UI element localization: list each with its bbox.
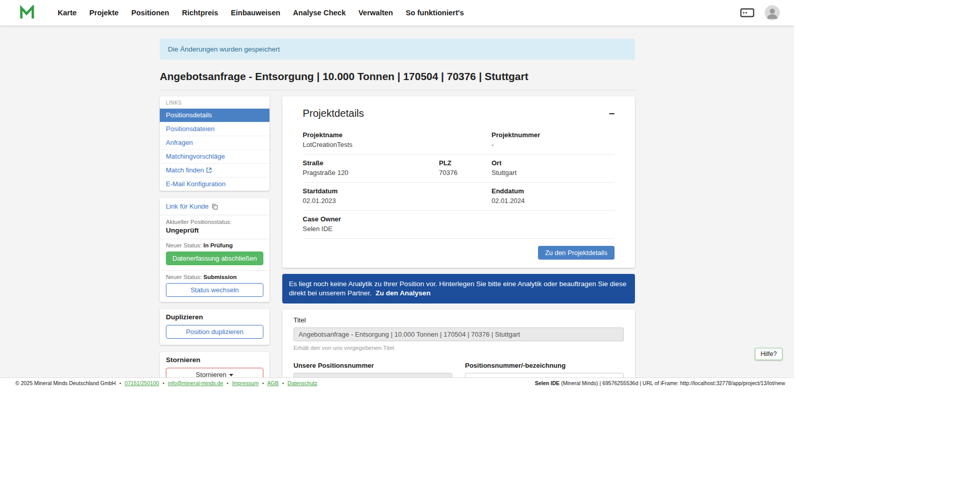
sidebar-item-positionsdateien[interactable]: Positionsdateien xyxy=(160,122,270,136)
footer-link-agb[interactable]: AGB xyxy=(267,380,279,386)
field-ort: Ort Stuttgart xyxy=(492,159,615,176)
next-status-1: Neuer Status: In Prüfung xyxy=(166,242,263,248)
nav-analyse-check[interactable]: Analyse Check xyxy=(293,9,346,17)
field-plz: PLZ 70376 xyxy=(439,159,492,176)
project-details-card: Projektdetails – Projektname LotCreation… xyxy=(282,96,635,268)
finish-data-entry-button[interactable]: Datenerfassung abschließen xyxy=(166,251,263,265)
custom-number-label: Positionsnummer/-bezeichnung xyxy=(465,362,624,369)
nav-karte[interactable]: Karte xyxy=(58,9,77,17)
project-details-row: Case Owner Selen IDE xyxy=(303,211,615,239)
collapse-button[interactable]: – xyxy=(609,108,615,118)
customer-link-label: Link für Kunde xyxy=(166,202,209,210)
help-button[interactable]: Hilfe? xyxy=(755,348,782,360)
duplicate-position-button[interactable]: Position duplizieren xyxy=(166,325,263,339)
our-number-label: Unsere Positionsnummer xyxy=(293,362,452,369)
project-details-row: Startdatum 02.01.2023 Enddatum 02.01.202… xyxy=(303,183,615,211)
footer-link-impressum[interactable]: Impressum xyxy=(232,380,259,386)
session-user: Selen IDE xyxy=(535,380,559,386)
footer-left: © 2025 Mineral Minds Deutschland GmbH • … xyxy=(15,380,317,386)
analytics-banner: Es liegt noch keine Analytik zu Ihrer Po… xyxy=(282,274,635,303)
field-case-owner: Case Owner Selen IDE xyxy=(303,215,615,233)
duplicate-title: Duplizieren xyxy=(160,309,270,322)
next-status-2-value: Submission xyxy=(204,274,237,280)
current-status-label: Aktueller Positionsstatus: xyxy=(166,219,263,225)
brand-logo-icon xyxy=(19,5,35,20)
next-status-1-label: Neuer Status: xyxy=(166,242,202,248)
footer-separator: • xyxy=(282,380,284,386)
success-alert: Die Änderungen wurden gespeichert xyxy=(160,39,635,60)
nav-verwalten[interactable]: Verwalten xyxy=(358,9,393,17)
cancel-title: Stornieren xyxy=(160,352,270,365)
sidebar-item-match-finden[interactable]: Match finden xyxy=(160,163,270,177)
analytics-banner-text: Es liegt noch keine Analytik zu Ihrer Po… xyxy=(289,280,626,297)
nav-projekte[interactable]: Projekte xyxy=(89,9,118,17)
field-startdatum: Startdatum 02.01.2023 xyxy=(303,187,492,205)
next-status-section-1: Neuer Status: In Prüfung Datenerfassung … xyxy=(160,239,270,271)
position-form-card: Titel Erhält den von uns vorgegebenen Ti… xyxy=(282,310,635,388)
project-details-rows: Projektname LotCreationTests Projektnumm… xyxy=(303,126,615,239)
footer: © 2025 Mineral Minds Deutschland GmbH • … xyxy=(0,377,794,388)
switch-status-button[interactable]: Status wechseln xyxy=(166,283,263,297)
nav-positionen[interactable]: Positionen xyxy=(131,9,169,17)
titel-label: Titel xyxy=(293,316,624,324)
sidebar-item-positionsdetails[interactable]: Positionsdetails xyxy=(160,108,270,122)
to-analyses-link[interactable]: Zu den Analysen xyxy=(376,289,431,297)
nav-richtpreis[interactable]: Richtpreis xyxy=(182,9,218,17)
brand-logo[interactable] xyxy=(19,5,35,20)
project-details-row: Straße Pragstraße 120 PLZ 70376 Ort Stut… xyxy=(303,155,615,183)
to-project-details-button[interactable]: Zu den Projektdetails xyxy=(538,246,615,260)
project-details-row: Projektname LotCreationTests Projektnumm… xyxy=(303,126,615,155)
links-header: LINKS xyxy=(160,96,270,108)
footer-link-email[interactable]: info@mineral-minds.de xyxy=(168,380,223,386)
top-navbar: Karte Projekte Positionen Richtpreis Ein… xyxy=(0,0,794,26)
current-status-value: Ungeprüft xyxy=(166,226,263,234)
next-status-2: Neuer Status: Submission xyxy=(166,274,263,280)
next-status-1-value: In Prüfung xyxy=(204,242,233,248)
server-icon[interactable] xyxy=(740,8,754,17)
footer-separator: • xyxy=(119,380,121,386)
titel-help: Erhält den von uns vorgegebenen Titel. xyxy=(293,345,624,351)
field-strasse: Straße Pragstraße 120 xyxy=(303,159,439,176)
duplicate-card: Duplizieren Position duplizieren xyxy=(160,309,270,345)
sidebar-item-matchingvorschlaege[interactable]: Matchingvorschläge xyxy=(160,149,270,163)
user-avatar-icon[interactable] xyxy=(765,5,780,20)
page-title: Angebotsanfrage - Entsorgung | 10.000 To… xyxy=(160,70,635,83)
footer-link-datenschutz[interactable]: Datenschutz xyxy=(287,380,317,386)
footer-link-phone[interactable]: 07151/250100 xyxy=(125,380,159,386)
next-status-section-2: Neuer Status: Submission Status wechseln xyxy=(160,271,270,302)
nav-einbauweisen[interactable]: Einbauweisen xyxy=(231,9,280,17)
customer-link[interactable]: Link für Kunde xyxy=(160,198,270,215)
project-details-header: Projektdetails – xyxy=(303,108,615,119)
app-window: Karte Projekte Positionen Richtpreis Ein… xyxy=(0,0,794,388)
nav-so-funktionierts[interactable]: So funktioniert's xyxy=(406,9,464,17)
content-area: LINKS Positionsdetails Positionsdateien … xyxy=(160,96,635,388)
caret-down-icon xyxy=(229,374,233,376)
duplicate-body: Position duplizieren xyxy=(160,322,270,345)
project-details-title: Projektdetails xyxy=(303,108,364,119)
main-column: Projektdetails – Projektname LotCreation… xyxy=(282,96,635,388)
current-status-block: Aktueller Positionsstatus: Ungeprüft xyxy=(160,215,270,239)
title-divider xyxy=(160,90,635,90)
footer-right: Selen IDE (Mineral Minds) | 69576255536d… xyxy=(535,380,785,386)
sidebar-links-card: LINKS Positionsdetails Positionsdateien … xyxy=(160,96,270,191)
status-card: Link für Kunde Aktueller Positionsstatus… xyxy=(160,198,270,302)
footer-separator: • xyxy=(227,380,229,386)
copyright-text: © 2025 Mineral Minds Deutschland GmbH xyxy=(15,380,116,386)
titel-input xyxy=(293,327,624,341)
sidebar: LINKS Positionsdetails Positionsdateien … xyxy=(160,96,270,388)
copy-icon xyxy=(212,204,218,210)
next-status-2-label: Neuer Status: xyxy=(166,274,202,280)
field-enddatum: Enddatum 02.01.2024 xyxy=(492,187,615,205)
session-info: (Mineral Minds) | 69576255536d | URL of … xyxy=(559,380,785,386)
project-details-footer: Zu den Projektdetails xyxy=(303,246,615,260)
match-finden-label: Match finden xyxy=(166,166,204,174)
field-projektname: Projektname LotCreationTests xyxy=(303,131,492,148)
sidebar-item-anfragen[interactable]: Anfragen xyxy=(160,136,270,149)
page-container: Die Änderungen wurden gespeichert Angebo… xyxy=(160,39,635,388)
main-nav: Karte Projekte Positionen Richtpreis Ein… xyxy=(58,9,464,17)
footer-separator: • xyxy=(262,380,264,386)
sidebar-item-email-konfiguration[interactable]: E-Mail Konfiguration xyxy=(160,177,270,191)
field-projektnummer: Projektnummer - xyxy=(492,131,615,148)
navbar-right xyxy=(740,5,780,20)
external-link-icon xyxy=(206,167,212,173)
